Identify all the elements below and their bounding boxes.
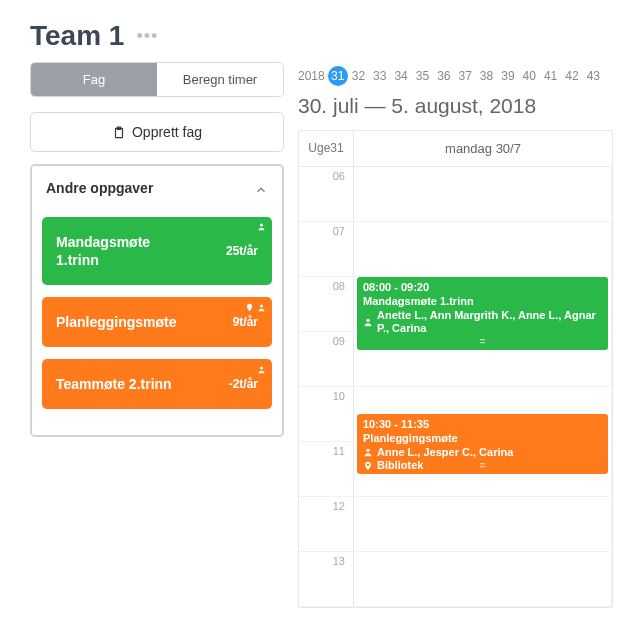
task-hours: -2t/år <box>229 377 258 391</box>
tab-fag[interactable]: Fag <box>31 63 157 96</box>
calendar-event[interactable]: 08:00 - 09:20Mandagsmøte 1.trinnAnette L… <box>357 277 608 350</box>
accordion-title: Andre oppgaver <box>46 180 153 196</box>
task-name: Mandagsmøte 1.trinn <box>56 233 196 269</box>
week-number[interactable]: 38 <box>476 67 497 85</box>
task-card[interactable]: Teammøte 2.trinn-2t/år <box>42 359 272 409</box>
week-nav-year: 2018 <box>298 69 325 83</box>
event-time: 10:30 - 11:35 <box>363 418 602 432</box>
chevron-up-icon <box>254 180 268 196</box>
week-nav: 2018 31323334353637383940414243 <box>298 62 613 86</box>
calendar-hour-label: 07 <box>299 222 354 276</box>
svg-point-6 <box>366 449 369 452</box>
week-number[interactable]: 31 <box>328 66 348 86</box>
task-card[interactable]: Mandagsmøte 1.trinn25t/år <box>42 217 272 285</box>
accordion-body: Mandagsmøte 1.trinn25t/år Planleggingsmø… <box>32 211 282 436</box>
calendar-hour-label: 09 <box>299 332 354 386</box>
calendar-event[interactable]: 10:30 - 11:35PlanleggingsmøteAnne L., Je… <box>357 414 608 474</box>
task-hours: 9t/år <box>233 315 258 329</box>
calendar-grid: Uge31 mandag 30/7 060708091011121308:00 … <box>298 130 613 608</box>
week-number[interactable]: 42 <box>561 67 582 85</box>
event-people: Anette L., Ann Margrith K., Anne L., Agn… <box>363 309 602 337</box>
event-title: Planleggingsmøte <box>363 432 602 446</box>
week-number[interactable]: 39 <box>497 67 518 85</box>
location-pin-icon <box>363 461 373 471</box>
svg-point-2 <box>260 224 263 227</box>
week-number[interactable]: 33 <box>369 67 390 85</box>
create-fag-button[interactable]: Opprett fag <box>30 112 284 152</box>
event-time: 08:00 - 09:20 <box>363 281 602 295</box>
calendar-hour-label: 08 <box>299 277 354 331</box>
event-people: Anne L., Jesper C., Carina <box>363 446 602 460</box>
more-options-icon[interactable]: ••• <box>136 26 158 47</box>
week-number[interactable]: 35 <box>412 67 433 85</box>
page-title: Team 1 <box>30 20 124 52</box>
week-number[interactable]: 34 <box>390 67 411 85</box>
week-number[interactable]: 32 <box>348 67 369 85</box>
svg-point-4 <box>260 367 263 370</box>
accordion-andre-oppgaver: Andre oppgaver Mandagsmøte 1.trinn25t/år… <box>30 164 284 437</box>
calendar-hour-label: 13 <box>299 552 354 606</box>
event-title: Mandagsmøte 1.trinn <box>363 295 602 309</box>
accordion-header[interactable]: Andre oppgaver <box>32 166 282 210</box>
person-icon <box>363 317 373 327</box>
create-fag-label: Opprett fag <box>132 124 202 140</box>
calendar-week-label: Uge31 <box>299 131 354 166</box>
calendar-hour-label: 10 <box>299 387 354 441</box>
week-number[interactable]: 36 <box>433 67 454 85</box>
clipboard-icon <box>112 124 126 140</box>
week-number[interactable]: 37 <box>455 67 476 85</box>
task-name: Planleggingsmøte <box>56 313 177 331</box>
resize-handle-icon[interactable]: = <box>480 460 486 473</box>
calendar-day-header: mandag 30/7 <box>354 131 612 166</box>
task-badge-icon <box>245 301 266 312</box>
svg-point-5 <box>366 319 369 322</box>
week-number[interactable]: 41 <box>540 67 561 85</box>
calendar-hour-label: 12 <box>299 497 354 551</box>
date-range: 30. juli — 5. august, 2018 <box>298 94 613 118</box>
calendar-hour-label: 06 <box>299 167 354 221</box>
task-badge-icon <box>257 363 266 374</box>
week-number[interactable]: 43 <box>583 67 604 85</box>
tab-toggle: Fag Beregn timer <box>30 62 284 97</box>
task-name: Teammøte 2.trinn <box>56 375 172 393</box>
svg-point-3 <box>260 304 263 307</box>
task-card[interactable]: Planleggingsmøte9t/år <box>42 297 272 347</box>
week-number[interactable]: 40 <box>519 67 540 85</box>
resize-handle-icon[interactable]: = <box>480 336 486 349</box>
task-hours: 25t/år <box>226 244 258 258</box>
calendar-hour-label: 11 <box>299 442 354 496</box>
tab-beregn-timer[interactable]: Beregn timer <box>157 63 283 96</box>
person-icon <box>363 447 373 457</box>
task-badge-icon <box>257 221 266 232</box>
